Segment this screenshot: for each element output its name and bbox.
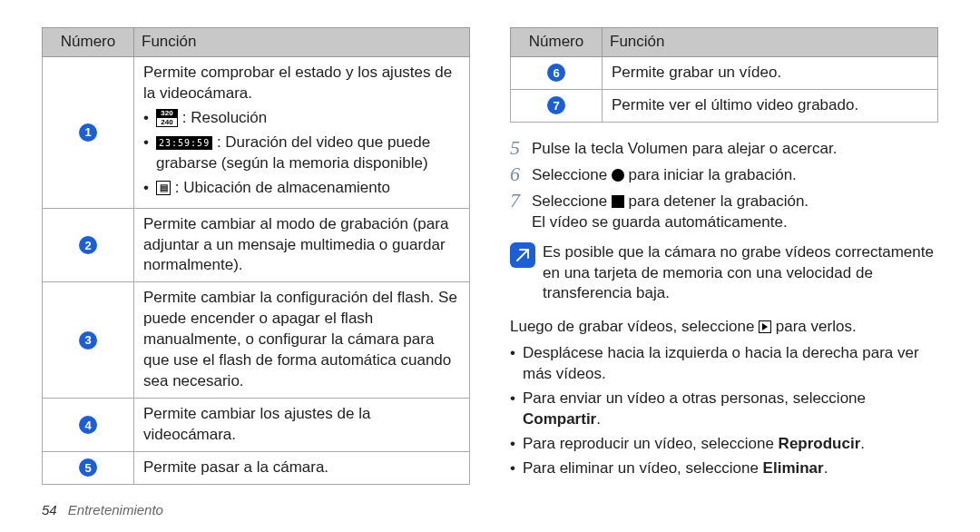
step-number: 7 bbox=[510, 190, 532, 212]
list-item: 23:59:59 : Duración del video que puede … bbox=[143, 133, 460, 174]
storage-icon: ▤ bbox=[156, 181, 171, 195]
step: 6 Seleccione para iniciar la grabación. bbox=[510, 163, 938, 186]
list-item: ▤ : Ubicación de almacenamiento bbox=[143, 178, 460, 199]
list-item: 320 240 : Resolución bbox=[143, 108, 460, 129]
post-note-lead: Luego de grabar vídeos, seleccione para … bbox=[510, 317, 938, 338]
page: Número Función 1 Permite comprobar el es… bbox=[0, 0, 980, 494]
list-item-text: : Resolución bbox=[178, 109, 267, 126]
row-text: Permite pasar a la cámara. bbox=[134, 451, 470, 484]
right-table: Número Función 6 Permite grabar un vídeo… bbox=[510, 27, 938, 123]
left-column: Número Función 1 Permite comprobar el es… bbox=[42, 27, 470, 485]
step-number: 6 bbox=[510, 163, 532, 185]
post-note: Luego de grabar vídeos, seleccione para … bbox=[510, 317, 938, 479]
record-icon bbox=[612, 169, 624, 182]
duration-icon: 23:59:59 bbox=[156, 136, 212, 151]
step-body: Pulse la tecla Volumen para alejar o ace… bbox=[532, 137, 938, 160]
page-number: 54 bbox=[42, 502, 57, 517]
step: 7 Seleccione para detener la grabación. … bbox=[510, 190, 938, 233]
row-number-icon: 3 bbox=[79, 331, 97, 350]
row-number-icon: 1 bbox=[79, 123, 97, 142]
list-item: Desplácese hacia la izquierda o hacia la… bbox=[510, 343, 938, 385]
list-item: Para reproducir un vídeo, seleccione Rep… bbox=[510, 434, 938, 455]
table-row: 2 Permite cambiar al modo de grabación (… bbox=[43, 208, 470, 282]
note-icon bbox=[510, 242, 535, 268]
stop-icon bbox=[612, 195, 624, 208]
row-text: Permite cambiar los ajustes de la videoc… bbox=[134, 399, 470, 452]
post-note-list: Desplácese hacia la izquierda o hacia la… bbox=[510, 343, 938, 479]
table-row: 3 Permite cambiar la configuración del f… bbox=[43, 282, 470, 399]
col-header-num: Número bbox=[511, 28, 603, 57]
resolution-icon: 320 240 bbox=[156, 109, 178, 127]
row-number-icon: 2 bbox=[79, 236, 97, 254]
col-header-func: Función bbox=[134, 28, 470, 57]
row-number-icon: 7 bbox=[547, 96, 565, 114]
row-number-icon: 5 bbox=[79, 458, 97, 477]
row-number-icon: 4 bbox=[79, 416, 97, 434]
step-number: 5 bbox=[510, 137, 532, 159]
page-footer: 54 Entretenimiento bbox=[42, 501, 163, 519]
note: Es posible que la cámara no grabe vídeos… bbox=[510, 242, 938, 305]
step-body: Seleccione para detener la grabación. El… bbox=[532, 190, 938, 233]
table-row: 1 Permite comprobar el estado y los ajus… bbox=[43, 56, 470, 208]
list-item-text: : Ubicación de almacenamiento bbox=[171, 179, 390, 196]
table-row: 7 Permite ver el último video grabado. bbox=[511, 89, 938, 122]
list-item: Para eliminar un vídeo, seleccione Elimi… bbox=[510, 458, 938, 479]
steps-list: 5 Pulse la tecla Volumen para alejar o a… bbox=[510, 137, 938, 233]
list-item: Para enviar un vídeo a otras personas, s… bbox=[510, 389, 938, 430]
row-text: Permite ver el último video grabado. bbox=[603, 89, 938, 122]
step-body: Seleccione para iniciar la grabación. bbox=[532, 163, 938, 186]
row-intro: Permite comprobar el estado y los ajuste… bbox=[143, 63, 460, 104]
right-column: Número Función 6 Permite grabar un vídeo… bbox=[510, 27, 938, 485]
row-sublist: 320 240 : Resolución 23:59:59 : Duración… bbox=[143, 108, 460, 199]
row-text: Permite grabar un vídeo. bbox=[603, 56, 938, 89]
section-title: Entretenimiento bbox=[68, 502, 163, 517]
row-text: Permite cambiar al modo de grabación (pa… bbox=[134, 208, 470, 282]
table-row: 6 Permite grabar un vídeo. bbox=[511, 56, 938, 89]
table-row: 5 Permite pasar a la cámara. bbox=[43, 451, 470, 484]
left-table: Número Función 1 Permite comprobar el es… bbox=[42, 27, 470, 485]
col-header-func: Función bbox=[603, 28, 938, 57]
play-icon bbox=[759, 320, 771, 333]
col-header-num: Número bbox=[43, 28, 134, 57]
row-text: Permite cambiar la configuración del fla… bbox=[134, 282, 470, 399]
note-text: Es posible que la cámara no grabe vídeos… bbox=[543, 242, 938, 305]
step: 5 Pulse la tecla Volumen para alejar o a… bbox=[510, 137, 938, 160]
row-number-icon: 6 bbox=[547, 64, 565, 82]
table-row: 4 Permite cambiar los ajustes de la vide… bbox=[43, 399, 470, 452]
